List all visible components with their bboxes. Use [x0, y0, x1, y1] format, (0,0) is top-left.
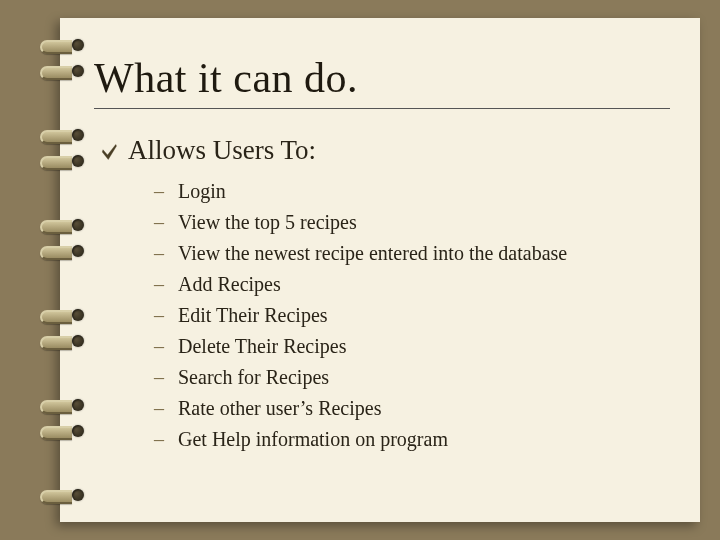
list-item-label: Search for Recipes [178, 362, 329, 393]
slide-title: What it can do. [94, 54, 670, 102]
list-item-label: View the newest recipe entered into the … [178, 238, 567, 269]
ring-icon [44, 242, 78, 260]
main-bullet-text: Allows Users To: [128, 135, 316, 166]
list-item: – Login [154, 176, 670, 207]
list-item-label: Add Recipes [178, 269, 281, 300]
list-item: – Rate other user’s Recipes [154, 393, 670, 424]
list-item-label: Get Help information on program [178, 424, 448, 455]
ring-icon [44, 36, 78, 54]
ring-icon [44, 126, 78, 144]
ring-icon [44, 216, 78, 234]
ring-icon [44, 152, 78, 170]
list-item: – Delete Their Recipes [154, 331, 670, 362]
dash-icon: – [154, 176, 164, 207]
dash-icon: – [154, 269, 164, 300]
list-item-label: Delete Their Recipes [178, 331, 346, 362]
dash-icon: – [154, 207, 164, 238]
slide-content: What it can do. Allows Users To: – Login… [60, 18, 700, 475]
list-item: – View the top 5 recipes [154, 207, 670, 238]
dash-icon: – [154, 393, 164, 424]
dash-icon: – [154, 362, 164, 393]
list-item-label: Login [178, 176, 226, 207]
checkmark-icon [100, 141, 118, 163]
ring-icon [44, 396, 78, 414]
list-item: – Search for Recipes [154, 362, 670, 393]
dash-icon: – [154, 300, 164, 331]
list-item: – Edit Their Recipes [154, 300, 670, 331]
title-divider [94, 108, 670, 109]
ring-icon [44, 306, 78, 324]
slide-card: What it can do. Allows Users To: – Login… [60, 18, 700, 522]
dash-icon: – [154, 424, 164, 455]
list-item: – Add Recipes [154, 269, 670, 300]
ring-icon [44, 486, 78, 504]
list-item-label: Edit Their Recipes [178, 300, 328, 331]
ring-icon [44, 422, 78, 440]
ring-icon [44, 332, 78, 350]
sub-bullet-list: – Login – View the top 5 recipes – View … [154, 176, 670, 455]
ring-icon [44, 62, 78, 80]
list-item: – View the newest recipe entered into th… [154, 238, 670, 269]
list-item: – Get Help information on program [154, 424, 670, 455]
list-item-label: Rate other user’s Recipes [178, 393, 381, 424]
dash-icon: – [154, 331, 164, 362]
list-item-label: View the top 5 recipes [178, 207, 357, 238]
dash-icon: – [154, 238, 164, 269]
main-bullet: Allows Users To: [100, 135, 670, 166]
